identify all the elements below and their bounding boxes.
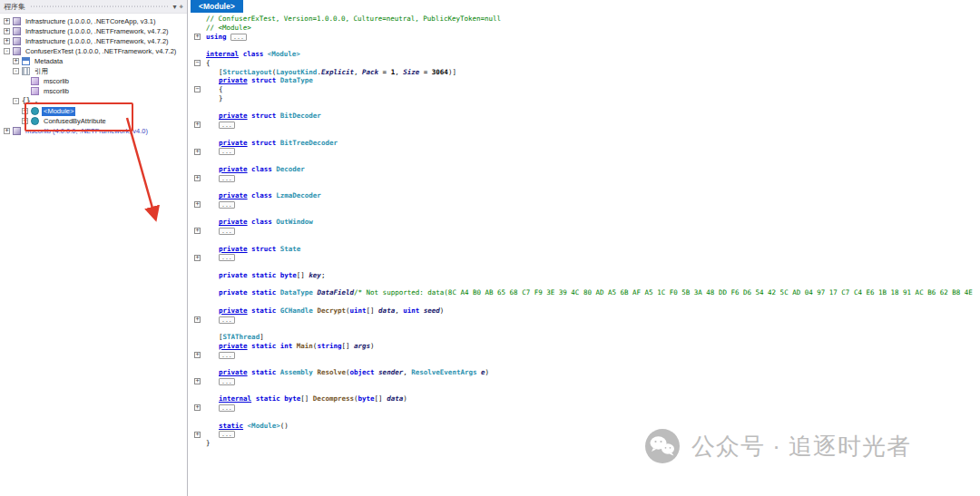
code-token: struct xyxy=(248,139,280,147)
code-token: data xyxy=(378,306,395,315)
code-token: Decrypt xyxy=(317,306,346,315)
code-token: internal xyxy=(206,50,239,58)
code-token: OutWindow xyxy=(276,218,313,226)
fold-expand-icon[interactable]: + xyxy=(194,34,201,40)
tree-item[interactable]: +<Module> xyxy=(0,106,187,116)
code-token: = xyxy=(419,68,432,76)
tree-collapse-icon[interactable]: - xyxy=(4,48,10,54)
module-icon xyxy=(31,87,39,95)
collapsed-region-box[interactable]: ... xyxy=(219,404,235,412)
code-line: [STAThread] xyxy=(193,333,980,342)
code-token: { xyxy=(206,59,211,67)
code-line: // <Module> xyxy=(193,24,980,33)
collapsed-region-box[interactable]: ... xyxy=(219,122,235,129)
tree-item-label: 引用 xyxy=(33,67,50,76)
collapsed-region-box[interactable]: ... xyxy=(219,201,235,209)
code-token: private xyxy=(219,288,251,297)
code-token: ) xyxy=(403,394,407,403)
code-token: )] xyxy=(448,68,456,76)
collapsed-region-box[interactable]: ... xyxy=(219,148,235,155)
fold-expand-icon[interactable]: + xyxy=(194,122,201,128)
code-line: private static Assembly Resolve(object s… xyxy=(193,368,980,377)
module-icon xyxy=(31,77,39,85)
fold-margin: − xyxy=(193,60,201,66)
code-token: static xyxy=(219,422,243,430)
code-token: () xyxy=(280,422,289,430)
code-token: data xyxy=(387,394,403,403)
tree-item[interactable]: -ConfuserExTest (1.0.0.0, .NETFramework,… xyxy=(0,46,187,56)
fold-collapse-icon[interactable]: − xyxy=(194,86,201,92)
fold-expand-icon[interactable]: + xyxy=(194,149,201,155)
collapsed-region-box[interactable]: ... xyxy=(219,254,235,261)
assembly-icon xyxy=(13,27,21,35)
code-token: { xyxy=(219,85,223,93)
tree-item[interactable]: +mscorlib (4.0.0.0, .NETFramework, v4.0) xyxy=(0,126,187,136)
tree-item[interactable]: +Infrastructure (1.0.0.0, .NETFramework,… xyxy=(0,26,187,36)
code-line xyxy=(193,209,980,219)
tree-item[interactable]: mscorlib xyxy=(0,86,187,96)
tree-item[interactable]: +Infrastructure (1.0.0.0, .NETCoreApp, v… xyxy=(0,16,187,26)
tree-item[interactable]: mscorlib xyxy=(0,76,187,86)
fold-expand-icon[interactable]: + xyxy=(194,352,201,358)
tree-expand-icon[interactable]: + xyxy=(4,28,10,34)
collapsed-region-box[interactable]: ... xyxy=(219,175,235,182)
tree-item[interactable]: +Infrastructure (1.0.0.0, .NETFramework,… xyxy=(0,36,187,46)
tree-item[interactable]: -{}- xyxy=(0,96,187,106)
collapsed-region-box[interactable]: ... xyxy=(219,316,235,324)
code-token: State xyxy=(280,245,301,253)
fold-expand-icon[interactable]: + xyxy=(194,175,201,181)
code-line: private class OutWindow xyxy=(193,218,980,227)
tree-collapse-icon[interactable]: - xyxy=(13,68,19,74)
tree-expand-icon[interactable]: + xyxy=(22,108,28,114)
code-token: DataField xyxy=(317,288,354,297)
code-token: static xyxy=(251,271,280,279)
tree-item-label: Infrastructure (1.0.0.0, .NETCoreApp, v3… xyxy=(24,17,157,26)
tree-item[interactable]: +ConfusedByAttribute xyxy=(0,116,187,126)
fold-collapse-icon[interactable]: − xyxy=(194,60,201,66)
fold-expand-icon[interactable]: + xyxy=(194,255,201,261)
tree-expand-icon[interactable]: + xyxy=(4,38,10,44)
tab-module[interactable]: <Module> xyxy=(191,0,243,13)
fold-expand-icon[interactable]: + xyxy=(194,316,201,323)
code-area[interactable]: // ConfuserExTest, Version=1.0.0.0, Cult… xyxy=(189,13,980,448)
tree-expand-icon[interactable]: + xyxy=(4,18,10,24)
tree-item-label: mscorlib xyxy=(42,77,71,86)
collapsed-region-box[interactable]: ... xyxy=(230,34,247,41)
collapsed-region-box[interactable]: ... xyxy=(219,431,235,438)
fold-expand-icon[interactable]: + xyxy=(194,378,201,384)
code-token: int xyxy=(280,342,297,350)
fold-expand-icon[interactable]: + xyxy=(194,201,201,208)
fold-margin: + xyxy=(193,316,201,323)
fold-expand-icon[interactable]: + xyxy=(194,228,201,234)
chevron-down-icon[interactable]: ▾ xyxy=(172,3,176,11)
code-token: private xyxy=(219,112,248,120)
code-line: +... xyxy=(193,404,980,413)
collapsed-region-box[interactable]: ... xyxy=(219,378,235,385)
code-token: ) xyxy=(440,306,445,315)
collapsed-region-box[interactable]: ... xyxy=(219,228,235,235)
tree-item-label: <Module> xyxy=(42,107,75,116)
fold-margin: + xyxy=(193,122,201,128)
fold-expand-icon[interactable]: + xyxy=(194,432,201,438)
tree-item-label: Metadata xyxy=(33,57,64,66)
code-line: private class LzmaDecoder xyxy=(193,191,980,200)
code-token: Decoder xyxy=(276,165,305,173)
tree-expand-icon[interactable]: + xyxy=(13,58,19,64)
tree-collapse-icon[interactable]: - xyxy=(13,98,19,104)
namespace-icon: {} xyxy=(22,97,31,105)
code-token: } xyxy=(219,94,223,102)
code-token: static xyxy=(248,368,280,376)
code-token: // <Module> xyxy=(206,24,251,32)
code-token: LzmaDecoder xyxy=(276,191,321,199)
tree-item[interactable]: +Metadata xyxy=(0,56,187,66)
code-token: Resolve xyxy=(317,368,346,376)
fold-expand-icon[interactable]: + xyxy=(194,404,201,411)
pin-icon[interactable]: ⌖ xyxy=(179,3,183,11)
code-line: private struct DataType xyxy=(193,76,980,85)
tree-expand-icon[interactable]: + xyxy=(22,118,28,124)
assemblies-tree: +Infrastructure (1.0.0.0, .NETCoreApp, v… xyxy=(0,14,187,136)
tree-expand-icon[interactable]: + xyxy=(4,128,10,134)
code-token: ) xyxy=(485,368,490,376)
collapsed-region-box[interactable]: ... xyxy=(219,352,235,359)
tree-item[interactable]: -引用 xyxy=(0,66,187,76)
